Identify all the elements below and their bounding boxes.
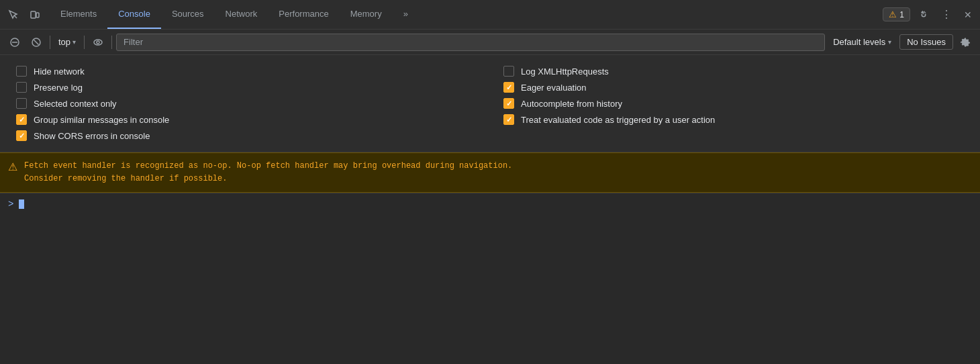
device-toggle-icon[interactable] [26,7,44,23]
tab-performance[interactable]: Performance [268,0,339,29]
treat-evaluated-row: Treat evaluated code as triggered by a u… [503,111,964,128]
settings-icon[interactable] [914,7,933,23]
preserve-log-label[interactable]: Preserve log [34,83,83,93]
treat-evaluated-label[interactable]: Treat evaluated code as triggered by a u… [521,115,715,125]
tab-right-actions: ⚠ 1 ⋮ ✕ [883,5,976,24]
warning-line1: Fetch event handler is recognized as no-… [24,160,512,173]
svg-rect-0 [31,11,36,18]
clear-console-icon[interactable] [5,35,24,50]
eager-eval-label[interactable]: Eager evaluation [521,83,587,93]
settings-right-column: Log XMLHttpRequests Eager evaluation Aut… [503,63,964,144]
settings-left-column: Hide network Preserve log Selected conte… [16,63,477,144]
tab-console[interactable]: Console [107,0,161,29]
toolbar-divider2 [84,36,85,49]
svg-rect-1 [36,13,39,17]
console-settings-panel: Hide network Preserve log Selected conte… [0,55,980,152]
warning-line2: Consider removing the handler if possibl… [24,173,512,185]
selected-context-label[interactable]: Selected context only [34,99,117,109]
context-selector[interactable]: top ▾ [54,35,80,49]
tabs: Elements Console Sources Network Perform… [50,0,883,29]
group-similar-label[interactable]: Group similar messages in console [34,115,169,125]
cursor-icon[interactable] [4,7,23,23]
preserve-log-checkbox[interactable] [16,82,27,93]
devtools-icons [4,7,44,23]
show-cors-checkbox[interactable] [16,130,27,141]
tab-bar: Elements Console Sources Network Perform… [0,0,980,30]
settings-grid: Hide network Preserve log Selected conte… [16,63,964,144]
filter-input[interactable] [116,34,825,51]
no-issues-button[interactable]: No Issues [899,34,953,50]
log-levels-label: Default levels [833,37,885,47]
svg-point-6 [94,40,102,45]
warning-triangle-icon: ⚠ [8,161,17,173]
log-xml-row: Log XMLHttpRequests [503,63,964,79]
warning-message: ⚠ Fetch event handler is recognized as n… [0,152,980,193]
stop-icon[interactable] [27,35,46,50]
close-devtools-icon[interactable]: ✕ [960,7,976,23]
console-prompt: > [8,199,13,210]
context-label: top [58,37,70,47]
preserve-log-row: Preserve log [16,79,477,95]
console-input-area: > [0,193,980,215]
autocomplete-label[interactable]: Autocomplete from history [521,99,622,109]
hide-network-checkbox[interactable] [16,66,27,77]
show-cors-label[interactable]: Show CORS errors in console [34,131,150,141]
tab-network[interactable]: Network [215,0,268,29]
toolbar-divider [50,36,50,49]
eye-icon[interactable] [89,35,107,50]
group-similar-checkbox[interactable] [16,114,27,125]
svg-line-5 [34,40,39,44]
hide-network-row: Hide network [16,63,477,79]
console-toolbar: top ▾ Default levels ▾ No Issues [0,30,980,55]
tab-elements[interactable]: Elements [50,0,107,29]
tab-sources[interactable]: Sources [161,0,215,29]
warning-icon: ⚠ [889,9,897,19]
levels-dropdown-arrow: ▾ [888,38,891,46]
autocomplete-checkbox[interactable] [503,98,514,109]
tab-memory[interactable]: Memory [340,0,393,29]
treat-evaluated-checkbox[interactable] [503,114,514,125]
context-dropdown-arrow: ▾ [72,38,76,46]
warning-text: Fetch event handler is recognized as no-… [24,160,512,185]
toolbar-divider3 [111,36,112,49]
hide-network-label[interactable]: Hide network [34,66,85,77]
log-levels-button[interactable]: Default levels ▾ [828,35,897,49]
eager-eval-checkbox[interactable] [503,82,514,93]
console-settings-icon[interactable] [956,34,975,50]
eager-eval-row: Eager evaluation [503,79,964,95]
warning-badge[interactable]: ⚠ 1 [883,7,910,21]
svg-point-7 [97,41,99,44]
tab-more[interactable]: » [393,0,419,29]
log-xml-label[interactable]: Log XMLHttpRequests [521,66,609,77]
selected-context-row: Selected context only [16,95,477,111]
group-similar-row: Group similar messages in console [16,111,477,128]
no-issues-label: No Issues [907,37,946,47]
warning-count: 1 [899,10,904,19]
autocomplete-row: Autocomplete from history [503,95,964,111]
show-cors-row: Show CORS errors in console [16,128,477,144]
selected-context-checkbox[interactable] [16,98,27,109]
console-cursor [19,199,24,209]
more-options-icon[interactable]: ⋮ [937,5,956,24]
log-xml-checkbox[interactable] [503,66,514,77]
